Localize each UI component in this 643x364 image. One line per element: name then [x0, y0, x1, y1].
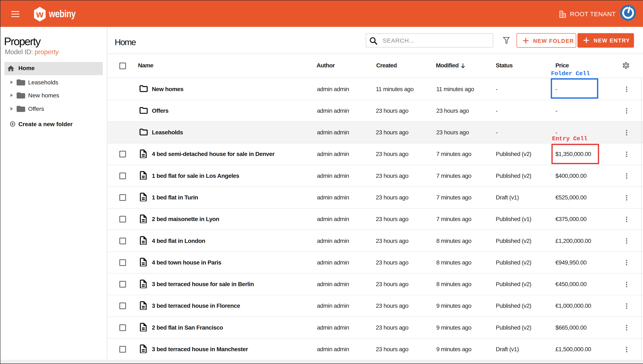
- svg-text:w: w: [36, 9, 44, 19]
